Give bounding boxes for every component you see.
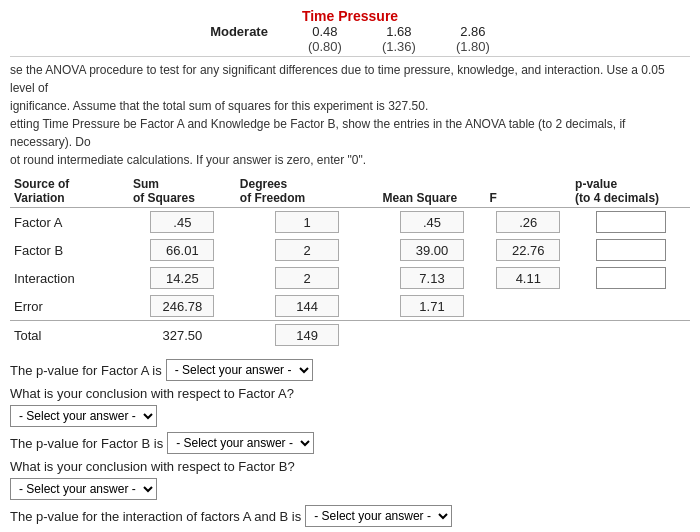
row-total-pv xyxy=(571,321,690,350)
col-ms-header: Mean Square xyxy=(379,175,486,208)
row-error-ms: 1.71 xyxy=(379,292,486,321)
sub-2: (1.36) xyxy=(382,39,416,54)
col-f-label: F xyxy=(490,191,568,205)
factor-b-sum-box: 66.01 xyxy=(150,239,214,261)
q3-label: The p-value for Factor B is xyxy=(10,436,163,451)
val-2: 1.68 xyxy=(382,24,416,39)
interaction-f-box: 4.11 xyxy=(496,267,560,289)
row-interaction-pv[interactable] xyxy=(571,264,690,292)
col-degrees2-label: of Freedom xyxy=(240,191,375,205)
row-factor-a-df: 1 xyxy=(236,208,379,237)
col-sum2-label: of Squares xyxy=(133,191,232,205)
row-factor-b-pv[interactable] xyxy=(571,236,690,264)
row-factor-a: .45 xyxy=(129,208,236,237)
table-header-row1: Source of Variation Sum of Squares Degre… xyxy=(10,175,690,208)
row-interaction-df: 2 xyxy=(236,264,379,292)
factor-b-f-box: 22.76 xyxy=(496,239,560,261)
row-interaction-ms: 7.13 xyxy=(379,264,486,292)
row-error-f xyxy=(486,292,572,321)
interaction-df-box: 2 xyxy=(275,267,339,289)
intro-line2: ignificance. Assume that the total sum o… xyxy=(10,97,690,115)
row-factor-b-ms: 39.00 xyxy=(379,236,486,264)
q2-label: What is your conclusion with respect to … xyxy=(10,386,690,401)
col-source-header: Source of Variation xyxy=(10,175,129,208)
row-factor-a-f: .26 xyxy=(486,208,572,237)
q1-label: The p-value for Factor A is xyxy=(10,363,162,378)
sub-1: (0.80) xyxy=(308,39,342,54)
col-sum-header: Sum of Squares xyxy=(129,175,236,208)
error-sum-box: 246.78 xyxy=(150,295,214,317)
intro-section: se the ANOVA procedure to test for any s… xyxy=(10,56,690,169)
q3-select[interactable]: - Select your answer - xyxy=(167,432,314,454)
col-variation-label: Variation xyxy=(14,191,125,205)
q4-row: - Select your answer - xyxy=(10,478,690,500)
factor-a-df-box: 1 xyxy=(275,211,339,233)
col-df-header: Degrees of Freedom xyxy=(236,175,379,208)
row-factor-b-sum: 66.01 xyxy=(129,236,236,264)
q3-row: The p-value for Factor B is - Select you… xyxy=(10,432,690,454)
sub-3: (1.80) xyxy=(456,39,490,54)
moderate-val-3: 2.86 (1.80) xyxy=(456,24,490,54)
col-sum-label: Sum xyxy=(133,177,232,191)
val-3: 2.86 xyxy=(456,24,490,39)
moderate-row: Moderate 0.48 (0.80) 1.68 (1.36) 2.86 (1… xyxy=(10,24,690,54)
interaction-sum-box: 14.25 xyxy=(150,267,214,289)
q4-select[interactable]: - Select your answer - xyxy=(10,478,157,500)
col-f-header: F xyxy=(486,175,572,208)
col-source-label: Source of xyxy=(14,177,125,191)
factor-a-f-box: .26 xyxy=(496,211,560,233)
q2-row: - Select your answer - xyxy=(10,405,690,427)
total-df-box: 149 xyxy=(275,324,339,346)
header-section: Time Pressure Moderate 0.48 (0.80) 1.68 … xyxy=(10,8,690,54)
row-total-sum: 327.50 xyxy=(129,321,236,350)
row-total-label: Total xyxy=(10,321,129,350)
row-factor-a-label: Factor A xyxy=(10,208,129,237)
col-pv-label: p-value xyxy=(575,177,686,191)
q5-select[interactable]: - Select your answer - xyxy=(305,505,452,527)
factor-a-sum-box: .45 xyxy=(150,211,214,233)
factor-b-pv-input[interactable] xyxy=(596,239,666,261)
table-row: Interaction 14.25 2 7.13 4.11 xyxy=(10,264,690,292)
q5-label: The p-value for the interaction of facto… xyxy=(10,509,301,524)
error-df-box: 144 xyxy=(275,295,339,317)
col-pv-header: p-value (to 4 decimals) xyxy=(571,175,690,208)
factor-b-ms-box: 39.00 xyxy=(400,239,464,261)
row-total-ms xyxy=(379,321,486,350)
row-interaction-sum: 14.25 xyxy=(129,264,236,292)
q4-label: What is your conclusion with respect to … xyxy=(10,459,690,474)
error-ms-box: 1.71 xyxy=(400,295,464,317)
val-1: 0.48 xyxy=(308,24,342,39)
factor-a-ms-box: .45 xyxy=(400,211,464,233)
table-row: Factor B 66.01 2 39.00 22.76 xyxy=(10,236,690,264)
intro-line1: se the ANOVA procedure to test for any s… xyxy=(10,61,690,97)
q5-row: The p-value for the interaction of facto… xyxy=(10,505,690,527)
table-row: Error 246.78 144 1.71 xyxy=(10,292,690,321)
row-total-f xyxy=(486,321,572,350)
factor-b-df-box: 2 xyxy=(275,239,339,261)
moderate-label: Moderate xyxy=(210,24,268,39)
col-degrees-label: Degrees xyxy=(240,177,375,191)
row-factor-b-f: 22.76 xyxy=(486,236,572,264)
row-factor-a-ms: .45 xyxy=(379,208,486,237)
moderate-val-1: 0.48 (0.80) xyxy=(308,24,342,54)
row-interaction-f: 4.11 xyxy=(486,264,572,292)
interaction-pv-input[interactable] xyxy=(596,267,666,289)
row-interaction-label: Interaction xyxy=(10,264,129,292)
q1-row: The p-value for Factor A is - Select you… xyxy=(10,359,690,381)
q1-select[interactable]: - Select your answer - xyxy=(166,359,313,381)
moderate-col-label: Moderate xyxy=(210,24,268,54)
row-error-sum: 246.78 xyxy=(129,292,236,321)
time-pressure-title: Time Pressure xyxy=(10,8,690,24)
row-factor-a-pv[interactable] xyxy=(571,208,690,237)
moderate-val-2: 1.68 (1.36) xyxy=(382,24,416,54)
row-factor-b-label: Factor B xyxy=(10,236,129,264)
intro-line4: ot round intermediate calculations. If y… xyxy=(10,151,690,169)
factor-a-pv-input[interactable] xyxy=(596,211,666,233)
q2-select[interactable]: - Select your answer - xyxy=(10,405,157,427)
main-page: Time Pressure Moderate 0.48 (0.80) 1.68 … xyxy=(0,0,700,532)
anova-table: Source of Variation Sum of Squares Degre… xyxy=(10,175,690,349)
row-error-label: Error xyxy=(10,292,129,321)
col-pv2-label: (to 4 decimals) xyxy=(575,191,686,205)
questions-section: The p-value for Factor A is - Select you… xyxy=(10,359,690,532)
table-row: Factor A .45 1 .45 .26 xyxy=(10,208,690,237)
